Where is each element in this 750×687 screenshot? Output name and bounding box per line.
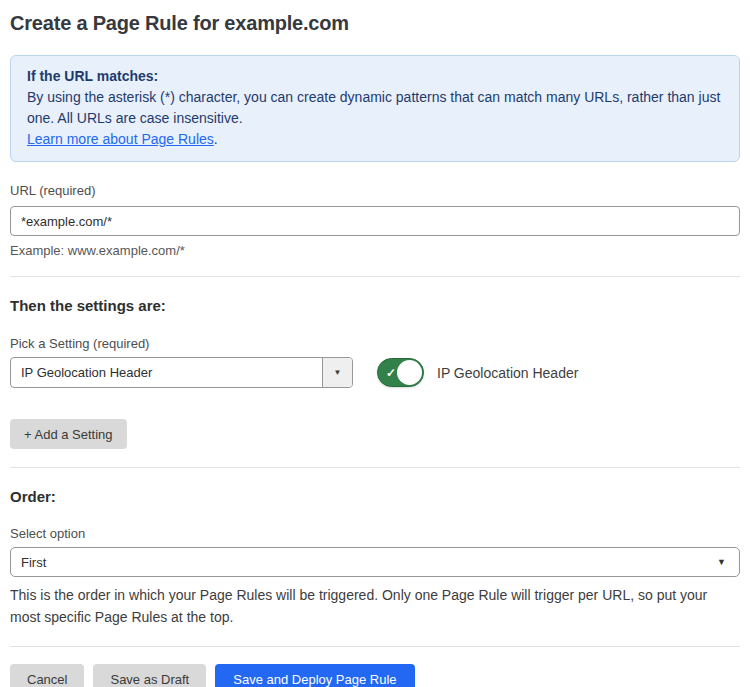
url-matches-info-box: If the URL matches: By using the asteris… bbox=[10, 55, 740, 162]
chevron-down-icon: ▼ bbox=[322, 358, 352, 387]
info-box-link-line: Learn more about Page Rules. bbox=[27, 129, 723, 150]
divider bbox=[10, 276, 740, 277]
order-helper-text: This is the order in which your Page Rul… bbox=[10, 584, 740, 628]
learn-more-link[interactable]: Learn more about Page Rules bbox=[27, 131, 214, 147]
setting-dropdown-value: IP Geolocation Header bbox=[11, 358, 322, 387]
pick-setting-label: Pick a Setting (required) bbox=[10, 336, 740, 351]
add-setting-button[interactable]: + Add a Setting bbox=[10, 419, 127, 449]
save-and-deploy-button[interactable]: Save and Deploy Page Rule bbox=[215, 664, 414, 687]
divider bbox=[10, 467, 740, 468]
url-field-label: URL (required) bbox=[10, 183, 740, 198]
info-box-body: By using the asterisk (*) character, you… bbox=[27, 87, 723, 129]
order-select-label: Select option bbox=[10, 526, 740, 541]
setting-toggle[interactable]: ✓ bbox=[377, 358, 424, 387]
order-select-value: First bbox=[21, 555, 46, 570]
info-box-heading: If the URL matches: bbox=[27, 66, 723, 87]
link-period: . bbox=[214, 131, 218, 147]
divider bbox=[10, 646, 740, 647]
toggle-knob bbox=[397, 360, 422, 385]
settings-section-heading: Then the settings are: bbox=[10, 297, 740, 314]
check-icon: ✓ bbox=[386, 366, 396, 380]
order-select[interactable]: First ▼ bbox=[10, 547, 740, 577]
setting-dropdown[interactable]: IP Geolocation Header ▼ bbox=[10, 357, 353, 388]
page-title: Create a Page Rule for example.com bbox=[10, 12, 740, 35]
url-example-helper: Example: www.example.com/* bbox=[10, 243, 740, 258]
footer-actions: Cancel Save as Draft Save and Deploy Pag… bbox=[10, 664, 740, 687]
url-input[interactable] bbox=[10, 206, 740, 236]
chevron-down-icon: ▼ bbox=[717, 557, 726, 567]
setting-row: IP Geolocation Header ▼ ✓ IP Geolocation… bbox=[10, 357, 740, 388]
setting-toggle-label: IP Geolocation Header bbox=[437, 365, 578, 381]
save-as-draft-button[interactable]: Save as Draft bbox=[93, 664, 206, 687]
order-section-heading: Order: bbox=[10, 488, 740, 505]
cancel-button[interactable]: Cancel bbox=[10, 664, 84, 687]
